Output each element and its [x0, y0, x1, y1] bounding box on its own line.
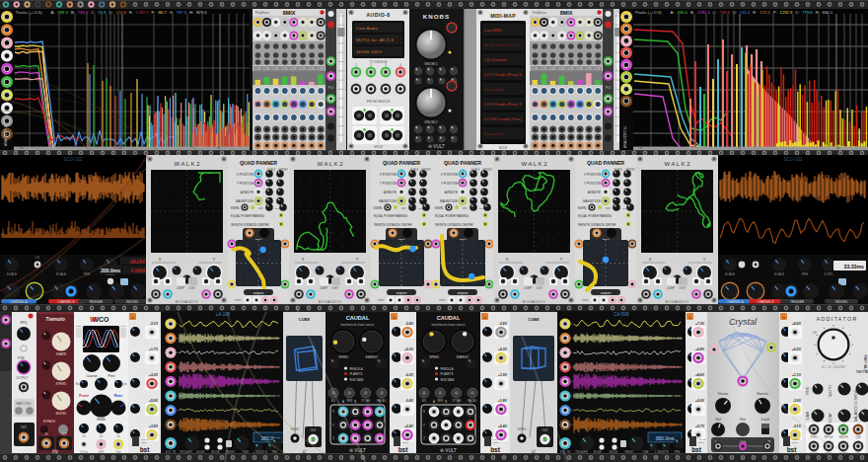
svg-text:VCV: VCV [499, 145, 508, 150]
svg-text:1.78: 1.78 [567, 67, 573, 71]
svg-text:BOGAUDIO: BOGAUDIO [523, 300, 545, 304]
svg-text:INFINITE DISTANCE CENTER: INFINITE DISTANCE CENTER [435, 223, 473, 227]
svg-text:W A L K 2: W A L K 2 [317, 161, 343, 167]
svg-text:PENDULA: PENDULA [350, 367, 363, 371]
svg-text:DECAY: DECAY [839, 452, 848, 456]
svg-text:X: X [332, 410, 334, 414]
svg-text:1.78: 1.78 [290, 67, 296, 71]
svg-text:0V: 0V [813, 331, 817, 335]
svg-text:C:: C: [795, 10, 799, 15]
svg-text:X POSITION: X POSITION [380, 173, 397, 177]
svg-text:-3.9V: -3.9V [793, 399, 802, 403]
svg-text:SCALE: SCALE [774, 272, 784, 276]
svg-text:✇ VULT: ✇ VULT [440, 448, 457, 453]
svg-text:TIME: TIME [242, 450, 249, 454]
svg-text:+1.1V: +1.1V [792, 373, 802, 377]
svg-text:+3.3V: +3.3V [149, 373, 159, 377]
svg-text:ROW: ROW [141, 441, 148, 444]
svg-text:SHAPE: SHAPE [56, 352, 67, 356]
svg-text:BYPASS: BYPASS [43, 420, 55, 424]
svg-text:1k: 1k [836, 146, 840, 150]
svg-text:ANALYZER-XL: ANALYZER-XL [4, 123, 8, 146]
svg-text:1.78: 1.78 [541, 67, 546, 71]
svg-text:chain: chain [439, 298, 446, 302]
svg-text:rate: rate [258, 206, 263, 210]
svg-text:SPEED: SPEED [429, 355, 440, 359]
svg-text:JUMP: JUMP [177, 286, 184, 290]
svg-text:CHANNEL B: CHANNEL B [57, 300, 74, 304]
svg-text:+1.7V: +1.7V [149, 347, 159, 351]
svg-text:SCO-102: SCO-102 [64, 157, 83, 162]
svg-text:L INDEX R: L INDEX R [253, 450, 267, 454]
svg-text:AZIMUTH: AZIMUTH [241, 191, 253, 194]
svg-text:Z: Z [423, 436, 425, 440]
svg-text:✇ VULT: ✇ VULT [428, 144, 445, 149]
svg-text:SCALE: SCALE [7, 272, 17, 276]
svg-text:P.U: P.U [328, 86, 334, 90]
svg-text:MIX: MIX [331, 399, 336, 403]
svg-text:EDGE: EDGE [594, 450, 602, 454]
svg-text:+5.0V: +5.0V [149, 399, 159, 403]
svg-text:H:: H: [189, 10, 193, 15]
svg-text:AZIMUTH: AZIMUTH [384, 191, 397, 194]
svg-text:uIOM iControl V1.0): uIOM iControl V1.0) [484, 42, 520, 47]
svg-text:CAUDAL: CAUDAL [346, 315, 370, 321]
svg-text:FINE: FINE [806, 386, 810, 395]
svg-text:BOGAUDIO: BOGAUDIO [176, 300, 198, 304]
svg-text:Y POSITION: Y POSITION [441, 182, 458, 186]
svg-text:B: B [445, 400, 447, 404]
svg-text:172.6: 172.6 [115, 10, 126, 15]
svg-text:E:: E: [753, 10, 757, 15]
svg-text:INFINITE DISTANCE CENTER: INFINITE DISTANCE CENTER [578, 223, 616, 227]
svg-text:✇ VULT: ✇ VULT [349, 448, 366, 453]
svg-text:Y POSITION: Y POSITION [380, 182, 397, 186]
svg-text:PolyMutes: PolyMutes [533, 11, 547, 15]
svg-text:INDICES: INDICES [835, 300, 847, 304]
svg-text:E:: E: [129, 10, 133, 15]
svg-text:PLANETS: PLANETS [441, 372, 454, 376]
svg-text:A:: A: [671, 10, 675, 15]
svg-text:chain: chain [582, 298, 589, 302]
svg-text:DIST: DIST [680, 286, 687, 290]
svg-text:P:: P: [773, 10, 777, 15]
svg-text:EXT TN: EXT TN [166, 450, 176, 454]
svg-text:mechanical chaos source: mechanical chaos source [341, 323, 375, 327]
svg-text:C:: C: [713, 10, 717, 15]
svg-text:SWIRL: SWIRL [577, 206, 587, 210]
svg-text:REM: REM [437, 399, 443, 403]
svg-text:SPEED: SPEED [518, 427, 527, 431]
svg-text:MIX: MIX [422, 399, 427, 403]
svg-text:MIDI-MAP: MIDI-MAP [490, 13, 516, 19]
svg-text:CAUDAL: CAUDAL [437, 315, 461, 321]
svg-text:Width: Width [97, 418, 106, 422]
svg-text:TRIGGER: TRIGGER [790, 300, 805, 304]
svg-text:+1.8V: +1.8V [498, 399, 508, 403]
svg-text:MAGNITUDE: MAGNITUDE [236, 199, 253, 203]
svg-text:outputs: outputs [397, 291, 407, 295]
svg-text:GAIN: GAIN [806, 411, 810, 420]
svg-text:Out: Out [116, 450, 121, 454]
svg-text:+6.6V: +6.6V [792, 322, 802, 326]
svg-text:MODE: MODE [610, 450, 618, 454]
svg-text:CA-508: CA-508 [614, 312, 629, 317]
svg-text:bst: bst [691, 446, 702, 453]
svg-text:0V + C4 + 261.63HZ: 0V + C4 + 261.63HZ [822, 365, 845, 369]
svg-text:QSK: QSK [855, 435, 861, 439]
svg-text:JUMP: JUMP [524, 286, 532, 290]
svg-text:A: A [433, 400, 435, 404]
svg-text:chain: chain [235, 298, 242, 302]
svg-text:SCALE: SCALE [725, 272, 735, 276]
svg-text:outputs: outputs [458, 291, 469, 295]
svg-text:DIST: DIST [189, 286, 196, 290]
svg-text:TIME: TIME [642, 450, 649, 454]
svg-text:+0.4V: +0.4V [404, 424, 414, 428]
svg-text:1k: 1k [118, 146, 122, 150]
svg-text:699.3: 699.3 [57, 10, 68, 15]
svg-text:CUBE: CUBE [528, 317, 540, 322]
svg-text:SWIRL: SWIRL [373, 206, 383, 210]
svg-text:Core Audio: Core Audio [356, 26, 378, 31]
svg-text:Single: Single [76, 325, 83, 327]
svg-text:MOTU, Inc: A8 (1-8: MOTU, Inc: A8 (1-8 [356, 38, 394, 42]
svg-text:+0.3V: +0.3V [498, 347, 508, 351]
svg-text:336.6: 336.6 [677, 10, 687, 15]
